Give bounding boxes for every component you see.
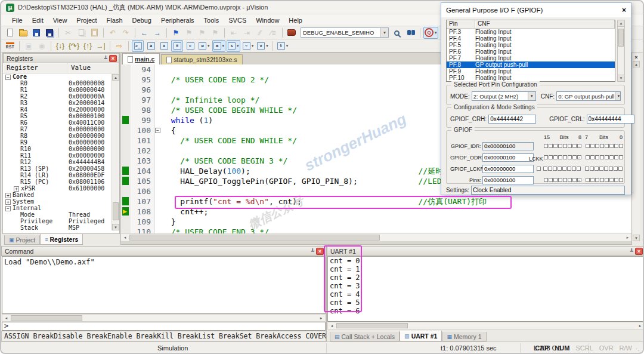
open-file-button[interactable] [17, 27, 29, 39]
bit-7-checkbox[interactable] [586, 155, 590, 159]
register-row[interactable]: +xPSR0x61000000 [3, 185, 113, 192]
code-line[interactable]: ▶108 cnt++; [121, 207, 631, 217]
pin-column-header[interactable]: Pin [447, 20, 475, 28]
menu-svcs[interactable]: SVCS [224, 16, 251, 25]
scrollbar-thumb[interactable] [113, 202, 119, 220]
bit-11-checkbox[interactable] [563, 155, 567, 159]
pin-row-pf-8[interactable]: PF.8GP output push-pull [447, 61, 615, 68]
expand-icon[interactable]: + [5, 193, 11, 198]
uart-hscrollbar[interactable]: ◂ ▸ [327, 322, 644, 330]
toolbox-button[interactable]: t▾ [276, 40, 290, 52]
menu-edit[interactable]: Edit [27, 16, 48, 25]
bit-8-checkbox[interactable] [577, 167, 581, 171]
uncomment-selection-button[interactable]: ∕≡ [267, 27, 279, 39]
scroll-right-icon[interactable]: ▸ [624, 234, 631, 241]
register-row[interactable]: StackMSP [3, 224, 113, 231]
bit-8-checkbox[interactable]: ✓ [577, 178, 581, 182]
tab-project[interactable]: ▣Project [4, 235, 40, 245]
scroll-left-icon[interactable]: ◂ [328, 322, 336, 329]
bit-14-checkbox[interactable] [549, 144, 553, 148]
bit-13-checkbox[interactable] [553, 144, 558, 148]
chevron-down-icon[interactable]: ▼ [528, 92, 535, 100]
close-icon[interactable]: × [635, 248, 643, 255]
command-input[interactable]: > [2, 322, 326, 331]
close-icon[interactable]: × [633, 54, 640, 61]
bit-7-checkbox[interactable] [585, 167, 589, 171]
bit-0-checkbox[interactable] [619, 178, 623, 182]
register-row[interactable]: PrivilegePrivileged [3, 218, 113, 224]
register-row[interactable]: R80x00000000 [3, 133, 113, 139]
scroll-down-icon[interactable]: ▼ [112, 224, 119, 230]
register-row[interactable]: +System [3, 198, 113, 205]
scroll-up-icon[interactable]: ▲ [618, 20, 624, 27]
fold-collapse-icon[interactable]: − [155, 128, 160, 133]
bit-6-checkbox[interactable] [590, 167, 594, 171]
collapse-icon[interactable]: − [5, 75, 11, 80]
scroll-up-icon[interactable]: ▲ [633, 61, 640, 67]
bit-11-checkbox[interactable] [562, 167, 566, 171]
comment-selection-button[interactable]: ∕∕ [254, 27, 266, 39]
scrollbar-thumb[interactable] [618, 29, 624, 47]
code-line[interactable]: 109 } [121, 217, 631, 227]
bit-11-checkbox[interactable] [563, 178, 567, 182]
pin-icon[interactable]: ┳ [311, 248, 314, 254]
new-file-button[interactable] [4, 27, 16, 39]
menu-help[interactable]: Help [284, 16, 307, 25]
lckk-checkbox[interactable] [537, 167, 541, 171]
next-bookmark-button[interactable]: ⚑ [183, 27, 195, 39]
cnf-select[interactable]: 0: GP output push-pull ▼ [556, 91, 621, 101]
find-in-files-button[interactable] [392, 27, 404, 39]
register-row[interactable]: R30x20000014 [3, 100, 113, 106]
bit-1-checkbox[interactable] [614, 178, 618, 182]
register-row[interactable]: R120x444444B4 [3, 159, 113, 165]
code-line[interactable]: 107 printf("cnt = %d\n", cnt); //仿真(UART… [121, 196, 631, 207]
bit-12-checkbox[interactable] [558, 167, 562, 171]
bit-4-checkbox[interactable] [600, 178, 604, 182]
gpiof-crh-field[interactable] [488, 115, 536, 124]
bit-15-checkbox[interactable] [544, 155, 548, 159]
editor-hscrollbar[interactable]: ◂ ▸ [121, 233, 631, 241]
uart-output[interactable]: cnt = 0cnt = 1cnt = 2cnt = 3cnt = 4cnt =… [327, 256, 644, 322]
pin-icon[interactable]: ┳ [630, 248, 633, 254]
menu-flash[interactable]: Flash [102, 16, 128, 25]
register-column-header[interactable]: Register [3, 63, 67, 73]
scroll-down-icon[interactable]: ▼ [618, 75, 624, 81]
bit-1-checkbox[interactable] [614, 167, 618, 171]
register-row[interactable]: R70x00000000 [3, 126, 113, 133]
paste-button[interactable] [88, 27, 100, 39]
collapse-icon[interactable]: − [5, 206, 11, 211]
bit-3-checkbox[interactable] [605, 178, 609, 182]
bit-4-checkbox[interactable] [599, 167, 603, 171]
bit-3-checkbox[interactable] [604, 167, 608, 171]
command-output[interactable]: Load "Demo\\Demo.axf" [2, 256, 326, 314]
tab-registers[interactable]: ≡Registers [40, 234, 83, 245]
bit-3-checkbox[interactable] [605, 144, 609, 148]
save-all-button[interactable] [44, 27, 55, 39]
bit-12-checkbox[interactable] [558, 144, 562, 148]
define-combo[interactable]: DEBUG_ENABLE_SEMIHO▾ [301, 27, 389, 38]
register-row[interactable]: R20x0000000A [3, 93, 113, 100]
bit-6-checkbox[interactable] [590, 178, 595, 182]
pin-row-pf-7[interactable]: PF.7Floating Input [447, 55, 615, 61]
bit-14-checkbox[interactable] [549, 178, 553, 182]
register-bit-row[interactable]: GPIOF_LCKR: [447, 163, 624, 174]
pin-row-pf-10[interactable]: PF.10Floating Input [447, 75, 615, 81]
bit-1-checkbox[interactable] [614, 144, 618, 148]
menu-file[interactable]: File [7, 16, 27, 25]
menu-peripherals[interactable]: Peripherals [156, 16, 199, 25]
register-row[interactable]: +Banked [3, 192, 113, 198]
stop-button[interactable]: ◉ [36, 40, 48, 52]
step-out-button[interactable]: {↑} [82, 40, 94, 52]
expand-icon[interactable]: + [5, 199, 11, 205]
system-viewer-button[interactable]: v▾ [256, 40, 270, 52]
scrollbar-thumb[interactable] [129, 235, 380, 241]
serial-window-button[interactable]: s▾ [227, 40, 240, 52]
tab-memory-1[interactable]: ▦Memory 1 [442, 332, 486, 341]
step-into-button[interactable]: {↓} [54, 40, 66, 52]
command-hscrollbar[interactable]: ◂ ▸ [2, 314, 326, 322]
register-row[interactable]: R90x00000000 [3, 139, 113, 146]
options-for-target-button[interactable] [286, 27, 298, 39]
editor-vscrollbar[interactable]: × ▲ ▼ [633, 54, 640, 241]
pin-icon[interactable]: ┳ [104, 56, 107, 61]
step-over-button[interactable]: {↷} [67, 40, 80, 52]
